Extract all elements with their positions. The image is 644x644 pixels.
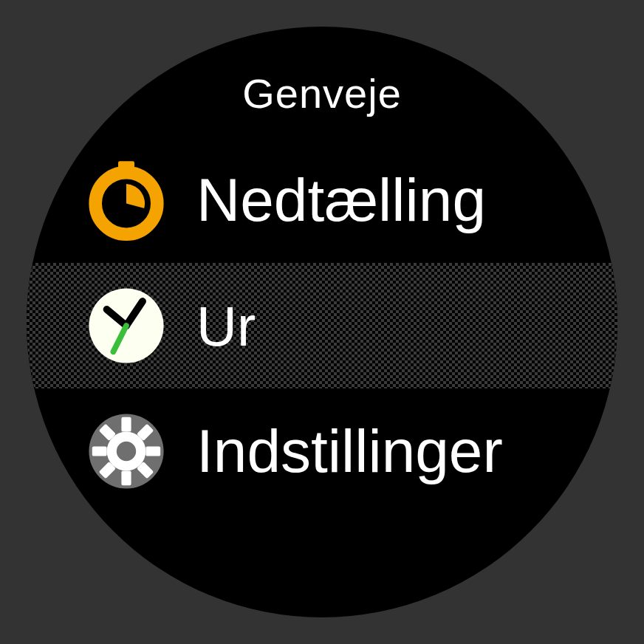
page-title: Genveje	[27, 69, 617, 117]
menu-item-clock[interactable]: Ur	[27, 263, 617, 388]
svg-rect-11	[92, 446, 107, 456]
menu-item-settings[interactable]: Indstillinger	[27, 388, 617, 514]
menu-item-label: Indstillinger	[196, 417, 503, 486]
menu-item-label: Ur	[196, 294, 256, 358]
svg-rect-12	[145, 446, 160, 456]
timer-icon	[86, 160, 167, 241]
menu-item-label: Nedtælling	[196, 165, 486, 235]
menu-item-countdown[interactable]: Nedtælling	[27, 137, 617, 263]
svg-point-0	[95, 173, 157, 235]
settings-icon	[86, 411, 167, 492]
clock-icon	[86, 285, 167, 366]
watch-face: Genveje Nedtælling Ur	[27, 27, 617, 617]
svg-point-17	[117, 442, 136, 461]
svg-rect-9	[121, 417, 131, 432]
svg-rect-2	[124, 166, 129, 174]
svg-rect-10	[121, 470, 131, 485]
